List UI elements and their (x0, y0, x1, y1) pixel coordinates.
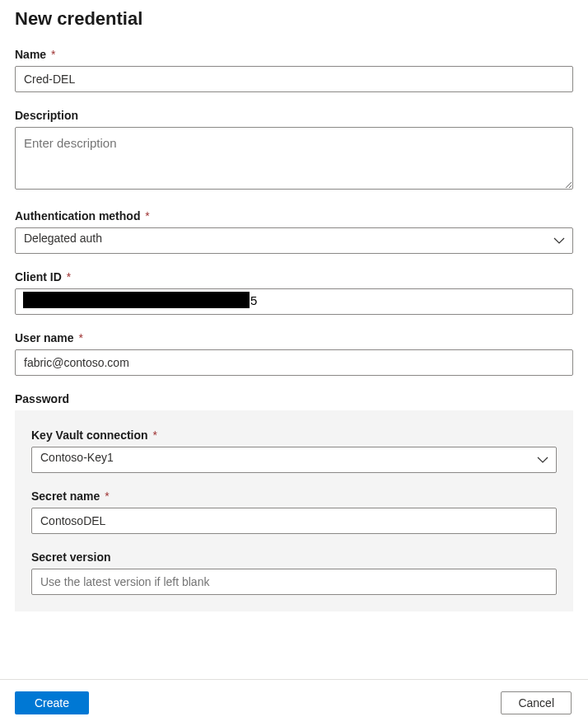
password-label: Password (15, 392, 573, 405)
user-name-input[interactable] (15, 349, 573, 376)
name-field-group: Name * (15, 48, 573, 92)
client-id-redaction (23, 292, 250, 308)
name-input[interactable] (15, 66, 573, 92)
client-id-label: Client ID * (15, 270, 573, 283)
description-label: Description (15, 109, 573, 122)
key-vault-select[interactable]: Contoso-Key1 (31, 447, 557, 473)
secret-version-label-text: Secret version (31, 550, 111, 564)
name-label: Name * (15, 48, 573, 61)
auth-method-label: Authentication method * (15, 209, 573, 222)
client-id-label-text: Client ID (15, 270, 62, 283)
password-panel: Key Vault connection * Contoso-Key1 Secr… (15, 410, 573, 611)
password-label-text: Password (15, 392, 69, 405)
description-label-text: Description (15, 109, 78, 122)
key-vault-label-text: Key Vault connection (31, 429, 148, 442)
description-input[interactable] (15, 127, 573, 190)
required-asterisk: * (105, 489, 109, 503)
required-asterisk: * (67, 270, 71, 283)
required-asterisk: * (78, 331, 82, 344)
auth-method-field-group: Authentication method * Delegated auth (15, 209, 573, 254)
footer-bar: Create Cancel (0, 679, 588, 726)
user-name-field-group: User name * (15, 331, 573, 376)
secret-name-label-text: Secret name (31, 489, 100, 503)
key-vault-label: Key Vault connection * (31, 429, 557, 442)
secret-name-input[interactable] (31, 508, 557, 534)
auth-method-select-wrapper: Delegated auth (15, 227, 573, 254)
secret-version-field-group: Secret version (31, 550, 557, 595)
client-id-field-group: Client ID * 5 (15, 270, 573, 315)
credential-form: Name * Description Authentication method… (15, 48, 573, 687)
client-id-redaction-tail: 5 (250, 293, 257, 307)
auth-method-label-text: Authentication method (15, 209, 140, 222)
key-vault-select-wrapper: Contoso-Key1 (31, 447, 557, 473)
create-button[interactable]: Create (15, 691, 89, 714)
secret-name-label: Secret name * (31, 489, 557, 503)
cancel-button[interactable]: Cancel (501, 691, 572, 714)
user-name-label-text: User name (15, 331, 74, 344)
required-asterisk: * (152, 429, 156, 442)
description-field-group: Description (15, 109, 573, 193)
user-name-label: User name * (15, 331, 573, 344)
secret-name-field-group: Secret name * (31, 489, 557, 534)
password-field-group: Password Key Vault connection * Contoso-… (15, 392, 573, 611)
client-id-input-wrapper: 5 (15, 288, 573, 315)
secret-version-label: Secret version (31, 550, 557, 564)
page-title: New credential (15, 8, 573, 30)
required-asterisk: * (145, 209, 149, 222)
required-asterisk: * (51, 48, 55, 61)
key-vault-field-group: Key Vault connection * Contoso-Key1 (31, 429, 557, 473)
auth-method-select[interactable]: Delegated auth (15, 227, 573, 254)
name-label-text: Name (15, 48, 46, 61)
secret-version-input[interactable] (31, 569, 557, 595)
